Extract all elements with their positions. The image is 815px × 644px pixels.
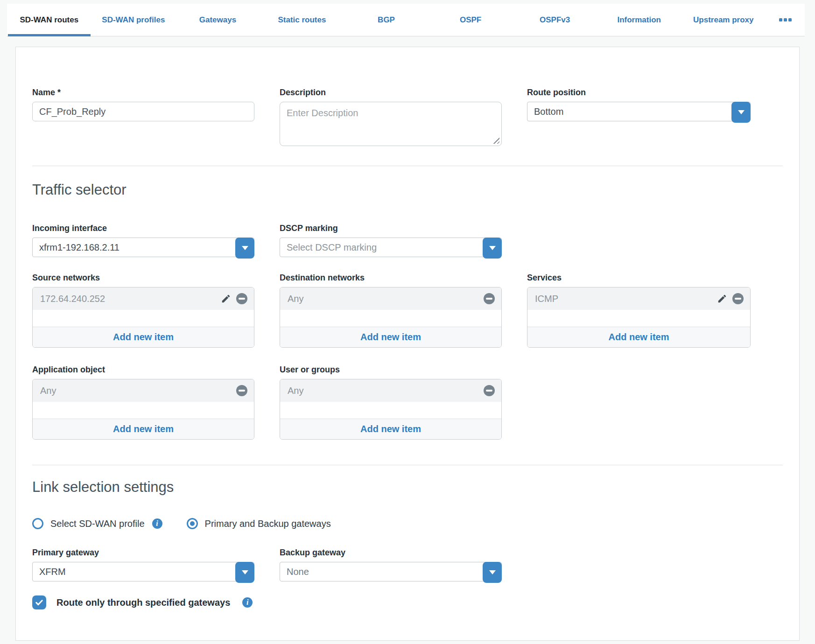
user-or-groups-field-group: User or groups Any Add new item [280, 364, 502, 440]
route-position-value: Bottom [534, 106, 563, 117]
incoming-interface-dropdown-button[interactable] [235, 238, 254, 259]
source-networks-listbox: 172.64.240.252 Add new item [32, 287, 254, 348]
application-object-label: Application object [32, 364, 254, 375]
route-position-select[interactable]: Bottom [527, 102, 751, 121]
incoming-interface-label: Incoming interface [32, 223, 254, 233]
remove-minus-icon[interactable] [484, 385, 495, 396]
user-or-groups-listbox: Any Add new item [280, 379, 502, 440]
route-position-field-group: Route position Bottom [527, 87, 751, 121]
ellipsis-dot-icon [788, 18, 792, 21]
remove-minus-icon[interactable] [484, 293, 495, 304]
sdwan-route-form-card: Name * Description Route position Bottom [15, 47, 800, 641]
tab-bar: SD-WAN routes SD-WAN profiles Gateways S… [7, 4, 805, 36]
description-label: Description [280, 87, 502, 98]
name-label: Name * [32, 87, 254, 98]
application-object-field-group: Application object Any Add new item [32, 364, 254, 440]
chevron-down-icon [489, 570, 496, 574]
chevron-down-icon [242, 246, 248, 250]
dscp-marking-label: DSCP marking [280, 223, 502, 233]
radio-label-primary-backup-gateways[interactable]: Primary and Backup gateways [205, 518, 331, 529]
edit-pencil-icon[interactable] [221, 294, 231, 304]
services-field-group: Services ICMP Add new item [527, 273, 751, 348]
chevron-down-icon [242, 570, 248, 574]
tab-information[interactable]: Information [597, 4, 682, 36]
info-icon[interactable]: i [152, 518, 162, 529]
radio-label-sdwan-profile[interactable]: Select SD-WAN profile [50, 518, 145, 529]
remove-minus-icon[interactable] [236, 385, 247, 396]
backup-gateway-select[interactable]: None [280, 562, 502, 581]
add-new-item-button[interactable]: Add new item [33, 327, 254, 347]
incoming-interface-field-group: Incoming interface xfrm1-192.168.2.11 [32, 223, 254, 257]
application-object-listbox: Any Add new item [32, 379, 254, 440]
services-label: Services [527, 273, 751, 283]
route-only-checkbox[interactable] [32, 595, 46, 609]
primary-gateway-label: Primary gateway [32, 547, 254, 558]
edit-pencil-icon[interactable] [717, 294, 727, 304]
listbox-spacer [280, 402, 501, 419]
required-asterisk: * [57, 88, 61, 97]
section-divider [32, 465, 783, 465]
destination-networks-label: Destination networks [280, 273, 502, 283]
add-new-item-button[interactable]: Add new item [280, 419, 501, 439]
list-item: Any [280, 287, 501, 310]
primary-gateway-value: XFRM [39, 567, 66, 577]
chevron-down-icon [489, 246, 496, 250]
source-networks-label: Source networks [32, 273, 254, 283]
backup-gateway-dropdown-button[interactable] [483, 562, 502, 583]
backup-gateway-value: None [287, 567, 309, 577]
route-position-dropdown-button[interactable] [731, 102, 751, 123]
primary-gateway-dropdown-button[interactable] [235, 562, 254, 583]
user-or-groups-label: User or groups [280, 364, 502, 375]
tab-static-routes[interactable]: Static routes [260, 4, 344, 36]
dscp-marking-dropdown-button[interactable] [483, 238, 502, 259]
tab-bgp[interactable]: BGP [344, 4, 429, 36]
name-field-group: Name * [32, 87, 254, 121]
list-item-name: ICMP [535, 294, 717, 304]
dscp-marking-placeholder: Select DSCP marking [287, 242, 377, 253]
link-selection-radio-group: Select SD-WAN profile i Primary and Back… [32, 518, 783, 529]
primary-gateway-select[interactable]: XFRM [32, 562, 254, 581]
name-label-text: Name [32, 88, 55, 97]
description-textarea[interactable] [280, 102, 502, 146]
list-item: 172.64.240.252 [33, 287, 254, 310]
remove-minus-icon[interactable] [732, 293, 744, 304]
source-networks-field-group: Source networks 172.64.240.252 Add new i… [32, 273, 254, 348]
list-item: Any [33, 379, 254, 402]
info-icon[interactable]: i [242, 597, 253, 608]
incoming-interface-value: xfrm1-192.168.2.11 [39, 242, 119, 253]
add-new-item-button[interactable]: Add new item [527, 327, 750, 347]
backup-gateway-field-group: Backup gateway None [280, 547, 502, 581]
ellipsis-dot-icon [779, 18, 782, 21]
more-tabs-ellipsis-icon[interactable] [766, 4, 805, 36]
route-only-checkbox-label[interactable]: Route only through specified gateways [56, 597, 230, 608]
list-item-name: Any [288, 385, 478, 396]
tab-ospf[interactable]: OSPF [429, 4, 513, 36]
tab-sdwan-routes[interactable]: SD-WAN routes [7, 4, 91, 36]
listbox-spacer [280, 310, 501, 327]
radio-primary-backup-gateways[interactable] [187, 518, 198, 529]
list-item-name: 172.64.240.252 [40, 294, 221, 304]
tab-upstream-proxy[interactable]: Upstream proxy [682, 4, 766, 36]
radio-select-sdwan-profile[interactable] [32, 518, 43, 529]
listbox-spacer [527, 310, 750, 327]
listbox-spacer [33, 310, 254, 327]
tab-gateways[interactable]: Gateways [176, 4, 260, 36]
dscp-marking-field-group: DSCP marking Select DSCP marking [280, 223, 502, 257]
chevron-down-icon [738, 110, 745, 114]
tab-sdwan-profiles[interactable]: SD-WAN profiles [91, 4, 176, 36]
destination-networks-field-group: Destination networks Any Add new item [280, 273, 502, 348]
backup-gateway-label: Backup gateway [280, 547, 502, 558]
add-new-item-button[interactable]: Add new item [33, 419, 254, 439]
dscp-marking-select[interactable]: Select DSCP marking [280, 238, 502, 257]
list-item-name: Any [40, 385, 231, 396]
primary-gateway-field-group: Primary gateway XFRM [32, 547, 254, 581]
tab-ospfv3[interactable]: OSPFv3 [513, 4, 597, 36]
list-item-name: Any [288, 294, 478, 304]
remove-minus-icon[interactable] [236, 293, 247, 304]
add-new-item-button[interactable]: Add new item [280, 327, 501, 347]
incoming-interface-select[interactable]: xfrm1-192.168.2.11 [32, 238, 254, 257]
name-input[interactable] [32, 102, 254, 121]
list-item: Any [280, 379, 501, 402]
route-position-label: Route position [527, 87, 751, 98]
route-only-checkbox-row: Route only through specified gateways i [32, 595, 783, 609]
